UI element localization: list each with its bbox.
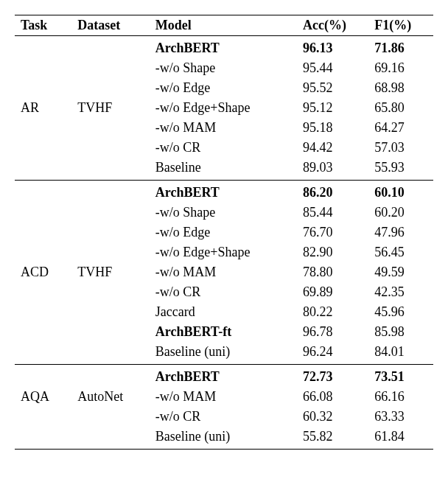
cell-task [15,223,71,242]
cell-f1: 69.16 [368,58,433,78]
cell-model: -w/o MAM [150,387,297,407]
cell-model: -w/o Shape [150,203,297,223]
header-model: Model [150,15,297,36]
cell-model: ArchBERT [150,365,297,388]
cell-acc: 76.70 [297,223,368,242]
cell-acc: 66.08 [297,387,368,407]
cell-dataset [71,138,149,158]
table-row: -w/o CR69.8942.35 [15,282,433,302]
cell-model: -w/o Shape [150,58,297,78]
cell-dataset [71,282,149,302]
table-row: -w/o Shape95.4469.16 [15,58,433,78]
cell-dataset [71,118,149,138]
cell-dataset [71,322,149,342]
cell-dataset [71,302,149,322]
cell-acc: 78.80 [297,262,368,282]
cell-task [15,158,71,181]
table-row: Jaccard80.2245.96 [15,302,433,322]
cell-task [15,36,71,59]
cell-task [15,282,71,302]
cell-task [15,365,71,388]
cell-f1: 84.01 [368,342,433,365]
cell-acc: 80.22 [297,302,368,322]
cell-acc: 95.12 [297,98,368,118]
cell-model: -w/o CR [150,282,297,302]
cell-model: -w/o Edge+Shape [150,98,297,118]
header-task: Task [15,15,71,36]
cell-f1: 56.45 [368,242,433,262]
table-row: ACDTVHF-w/o MAM78.8049.59 [15,262,433,282]
cell-task [15,407,71,427]
cell-task [15,181,71,203]
cell-model: Baseline [150,158,297,181]
cell-dataset [71,242,149,262]
cell-f1: 57.03 [368,138,433,158]
cell-acc: 95.18 [297,118,368,138]
table-row: ArchBERT-ft96.7885.98 [15,322,433,342]
table-row: ArchBERT72.7373.51 [15,365,433,388]
cell-acc: 95.52 [297,78,368,98]
cell-model: -w/o MAM [150,262,297,282]
table-row: Baseline (uni)55.8261.84 [15,427,433,450]
table-row: Baseline (uni)96.2484.01 [15,342,433,365]
cell-dataset [71,365,149,388]
cell-f1: 45.96 [368,302,433,322]
cell-task [15,58,71,78]
cell-dataset [71,203,149,223]
cell-task [15,78,71,98]
cell-model: -w/o MAM [150,118,297,138]
cell-f1: 64.27 [368,118,433,138]
cell-acc: 96.78 [297,322,368,342]
cell-dataset [71,158,149,181]
cell-dataset [71,181,149,203]
cell-model: ArchBERT [150,181,297,203]
cell-dataset: TVHF [71,262,149,282]
cell-f1: 55.93 [368,158,433,181]
cell-dataset [71,427,149,450]
cell-model: -w/o Edge [150,78,297,98]
cell-task [15,322,71,342]
table-row: -w/o Edge76.7047.96 [15,223,433,242]
cell-dataset [71,342,149,365]
table-row: -w/o Edge+Shape82.9056.45 [15,242,433,262]
cell-f1: 65.80 [368,98,433,118]
cell-f1: 60.20 [368,203,433,223]
cell-model: -w/o CR [150,138,297,158]
table-row: AQAAutoNet-w/o MAM66.0866.16 [15,387,433,407]
cell-model: -w/o Edge [150,223,297,242]
cell-f1: 60.10 [368,181,433,203]
cell-dataset [71,36,149,59]
table-row: Baseline89.0355.93 [15,158,433,181]
cell-task [15,427,71,450]
table-row: -w/o MAM95.1864.27 [15,118,433,138]
table-row: ArchBERT86.2060.10 [15,181,433,203]
cell-dataset: TVHF [71,98,149,118]
cell-acc: 55.82 [297,427,368,450]
table-row: ARTVHF-w/o Edge+Shape95.1265.80 [15,98,433,118]
cell-f1: 73.51 [368,365,433,388]
cell-f1: 66.16 [368,387,433,407]
cell-model: -w/o CR [150,407,297,427]
cell-task [15,302,71,322]
cell-f1: 68.98 [368,78,433,98]
cell-acc: 96.13 [297,36,368,59]
cell-acc: 86.20 [297,181,368,203]
cell-f1: 49.59 [368,262,433,282]
cell-model: Baseline (uni) [150,427,297,450]
cell-f1: 42.35 [368,282,433,302]
table-row: -w/o Shape85.4460.20 [15,203,433,223]
cell-acc: 72.73 [297,365,368,388]
cell-acc: 94.42 [297,138,368,158]
table-row: -w/o CR60.3263.33 [15,407,433,427]
header-acc: Acc(%) [297,15,368,36]
results-table: Task Dataset Model Acc(%) F1(%) ArchBERT… [15,15,433,450]
cell-model: Jaccard [150,302,297,322]
cell-acc: 85.44 [297,203,368,223]
table-row: ArchBERT96.1371.86 [15,36,433,59]
cell-dataset [71,78,149,98]
cell-acc: 96.24 [297,342,368,365]
cell-task [15,203,71,223]
cell-model: ArchBERT-ft [150,322,297,342]
cell-task: AR [15,98,71,118]
cell-model: -w/o Edge+Shape [150,242,297,262]
